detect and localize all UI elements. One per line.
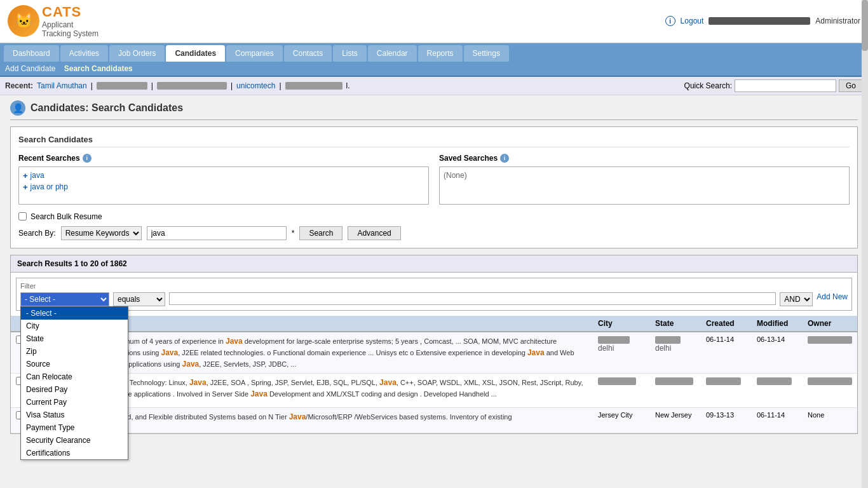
dropdown-item-securityclearance[interactable]: Security Clearance [21,434,128,447]
page-content: 👤 Candidates: Search Candidates Search C… [0,95,868,440]
row-1-city-cell: delhi [593,332,650,374]
recent-item-redact-1[interactable] [97,82,147,90]
filter-and-select[interactable]: AND OR [780,292,813,306]
recent-search-text-1[interactable]: java or php [31,182,68,191]
recent-searches-info-icon[interactable]: i [83,154,92,163]
scrollbar-thumb[interactable] [862,0,868,51]
subnav-add-candidate[interactable]: Add Candidate [5,64,55,73]
advanced-button[interactable]: Advanced [348,226,400,240]
separator-1: | [91,81,93,90]
dropdown-item-paymenttype[interactable]: Payment Type [21,421,128,434]
recent-company[interactable]: unicomtech [236,81,275,90]
row-2-modified-redact [757,377,792,385]
saved-none-text: (None) [444,171,467,180]
filter-dropdown-list: - Select - City State Zip Source Can Rel… [20,306,128,460]
row-3-city-cell: Jersey City [593,408,650,433]
table-row: 👤 🔍 ... Skills Technology: Linux, Java, … [11,373,857,407]
app-header: 🐱 CATS Applicant Tracking System i Logou… [0,0,868,43]
row-2-owner-redact [808,377,852,385]
dropdown-item-canrelocate[interactable]: Can Relocate [21,370,128,383]
th-modified[interactable]: Modified [752,316,803,332]
filter-equals-select[interactable]: equals not equals contains [113,292,165,306]
row-1-modified-cell: 06-13-14 [752,332,803,374]
nav-tab-candidates[interactable]: Candidates [166,45,225,62]
table-header-row: Name ▼ Resume City State Created Modifie… [11,316,857,332]
row-2-created-redact [706,377,741,385]
row-1-owner-redact [808,336,852,344]
th-city[interactable]: City [593,316,650,332]
row-1-state-redact [655,336,681,344]
bulk-resume-row: Search Bulk Resume [18,212,850,221]
nav-tab-contacts[interactable]: Contacts [284,45,332,62]
row-2-resume-text: ... Skills Technology: Linux, Java, J2EE… [104,377,588,400]
th-created[interactable]: Created [701,316,752,332]
nav-tab-lists[interactable]: Lists [333,45,367,62]
filter-field-select[interactable]: - Select - City State Zip Source Can Rel… [20,292,109,306]
quick-search-area: Quick Search: Go [684,79,863,92]
filter-box: Filter - Select - City State Zip Source … [16,278,852,311]
row-2-highlight-2: Java [250,390,268,398]
dropdown-item-zip[interactable]: Zip [21,345,128,358]
dropdown-item-state[interactable]: State [21,332,128,345]
recent-item-redact-3[interactable] [285,82,342,90]
logout-link[interactable]: Logout [681,17,704,25]
filter-select-dropdown[interactable]: - Select - City State Zip Source Can Rel… [20,292,109,306]
saved-searches-list: (None) [439,166,850,205]
dropdown-item-city[interactable]: City [21,320,128,332]
page-icon: 👤 [10,100,25,116]
dropdown-item-visastatus[interactable]: Visa Status [21,409,128,421]
dropdown-item-desiredpay[interactable]: Desired Pay [21,383,128,396]
bulk-resume-checkbox[interactable] [18,212,27,220]
nav-tab-calendar[interactable]: Calendar [368,45,417,62]
page-title-area: 👤 Candidates: Search Candidates [10,100,858,120]
search-input[interactable] [147,226,287,240]
filter-row: - Select - City State Zip Source Can Rel… [20,292,848,306]
results-area: Search Results 1 to 20 of 1862 Filter - … [10,255,858,435]
username-redact [709,17,810,25]
nav-tab-settings[interactable]: Settings [464,45,509,62]
recent-search-item-0[interactable]: + java [23,171,424,180]
subnav-search-candidates[interactable]: Search Candidates [64,64,133,73]
nav-tab-companies[interactable]: Companies [226,45,283,62]
recent-bar: Recent: Tamil Amuthan | | | unicomtech |… [0,77,868,95]
plus-icon-0: + [23,171,28,180]
sub-nav: Add Candidate Search Candidates [0,62,868,77]
quick-search-input[interactable] [735,79,836,92]
recent-search-text-0[interactable]: java [31,171,44,180]
table-row: 👤 🔍 ... Based, and Flexible distributed … [11,408,857,433]
nav-tab-activities[interactable]: Activities [60,45,108,62]
nav-tab-reports[interactable]: Reports [418,45,463,62]
search-by-select[interactable]: Resume Keywords Name Email Phone City St… [61,226,142,240]
filter-title: Filter [20,282,848,290]
dropdown-item-certifications[interactable]: Certifications [21,447,128,459]
row-1-highlight-1: Java [161,348,179,357]
recent-items: Recent: Tamil Amuthan | | | unicomtech |… [5,81,350,90]
filter-value-input[interactable] [169,292,776,305]
admin-label: Administrator [815,17,860,25]
recent-item-0[interactable]: Tamil Amuthan [37,81,87,90]
dropdown-item-currentpay[interactable]: Current Pay [21,396,128,409]
row-2-city-redact [598,377,636,385]
th-state[interactable]: State [650,316,701,332]
logo-area: 🐱 CATS Applicant Tracking System [8,4,98,39]
row-3-highlight-0: Java [289,412,306,421]
recent-searches-header: Recent Searches i [18,154,429,163]
recent-search-item-1[interactable]: + java or php [23,182,424,192]
table-body: 👤 🔍 ... minimum of 4 years of experience… [11,332,857,433]
row-2-state-cell [650,373,701,407]
dropdown-item-select[interactable]: - Select - [21,307,128,320]
row-2-city-cell [593,373,650,407]
quick-search-go[interactable]: Go [839,79,863,92]
th-resume[interactable]: Resume [86,316,593,332]
plus-icon-1: + [23,182,28,192]
th-owner[interactable]: Owner [803,316,857,332]
saved-searches-info-icon[interactable]: i [500,154,509,163]
nav-tab-dashboard[interactable]: Dashboard [4,45,59,62]
search-button[interactable]: Search [299,226,342,240]
recent-label: Recent: [5,81,33,90]
row-2-resume-cell: 🔍 ... Skills Technology: Linux, Java, J2… [86,373,593,407]
nav-tab-joborders[interactable]: Job Orders [109,45,165,62]
dropdown-item-source[interactable]: Source [21,358,128,370]
recent-item-redact-2[interactable] [157,82,227,90]
add-new-link[interactable]: Add New [817,292,848,301]
